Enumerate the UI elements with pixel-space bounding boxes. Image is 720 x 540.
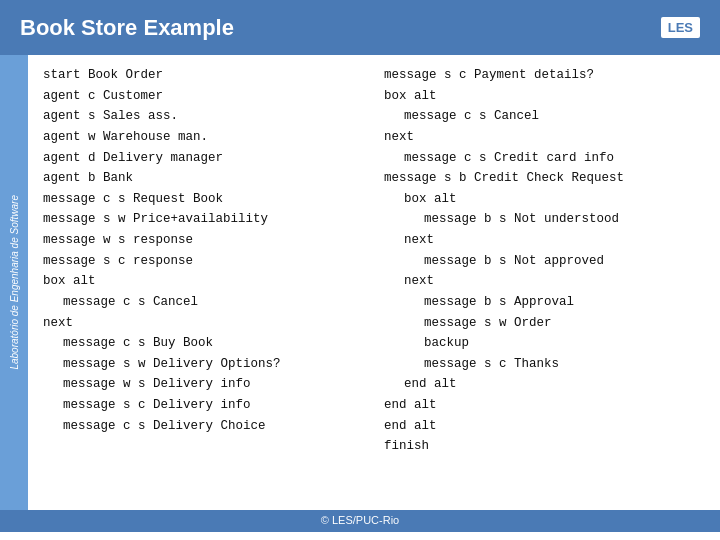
right-code-line: backup xyxy=(384,333,705,354)
left-code-line: next xyxy=(43,313,364,334)
left-code-line: agent b Bank xyxy=(43,168,364,189)
right-code-line: message b s Not understood xyxy=(384,209,705,230)
main-container: Laboratório de Engenharia de Software st… xyxy=(0,55,720,510)
right-code-line: next xyxy=(384,230,705,251)
right-column: message s c Payment details?box altmessa… xyxy=(374,65,705,500)
left-code-line: message w s Delivery info xyxy=(43,374,364,395)
left-code-line: agent c Customer xyxy=(43,86,364,107)
right-code-line: message s w Order xyxy=(384,313,705,334)
right-code-line: box alt xyxy=(384,86,705,107)
left-code-line: message c s Cancel xyxy=(43,292,364,313)
left-code-line: message c s Request Book xyxy=(43,189,364,210)
right-code-line: next xyxy=(384,127,705,148)
left-code-line: message c s Delivery Choice xyxy=(43,416,364,437)
left-code-line: agent w Warehouse man. xyxy=(43,127,364,148)
logo: LES xyxy=(661,17,700,38)
sidebar-label: Laboratório de Engenharia de Software xyxy=(9,195,20,370)
right-code-line: message c s Cancel xyxy=(384,106,705,127)
left-column: start Book Orderagent c Customeragent s … xyxy=(43,65,374,500)
page-title: Book Store Example xyxy=(20,15,234,41)
right-code-line: finish xyxy=(384,436,705,457)
right-code-line: message b s Approval xyxy=(384,292,705,313)
left-code-line: message c s Buy Book xyxy=(43,333,364,354)
left-code-line: message s c Delivery info xyxy=(43,395,364,416)
left-code-line: message s c response xyxy=(43,251,364,272)
right-code-line: message s c Thanks xyxy=(384,354,705,375)
left-code-line: start Book Order xyxy=(43,65,364,86)
right-code-line: message c s Credit card info xyxy=(384,148,705,169)
right-code-line: end alt xyxy=(384,395,705,416)
content-area: start Book Orderagent c Customeragent s … xyxy=(28,55,720,510)
left-code-line: message s w Delivery Options? xyxy=(43,354,364,375)
left-code-line: agent d Delivery manager xyxy=(43,148,364,169)
footer-text: © LES/PUC-Rio xyxy=(321,514,399,526)
right-code-line: end alt xyxy=(384,416,705,437)
right-code-line: box alt xyxy=(384,189,705,210)
right-code-line: next xyxy=(384,271,705,292)
right-code-line: message s b Credit Check Request xyxy=(384,168,705,189)
right-code-line: end alt xyxy=(384,374,705,395)
left-code-line: message s w Price+availability xyxy=(43,209,364,230)
left-code-line: message w s response xyxy=(43,230,364,251)
footer: © LES/PUC-Rio xyxy=(0,510,720,532)
right-code-line: message s c Payment details? xyxy=(384,65,705,86)
header: Book Store Example LES xyxy=(0,0,720,55)
sidebar: Laboratório de Engenharia de Software xyxy=(0,55,28,510)
right-code-line: message b s Not approved xyxy=(384,251,705,272)
left-code-line: agent s Sales ass. xyxy=(43,106,364,127)
left-code-line: box alt xyxy=(43,271,364,292)
